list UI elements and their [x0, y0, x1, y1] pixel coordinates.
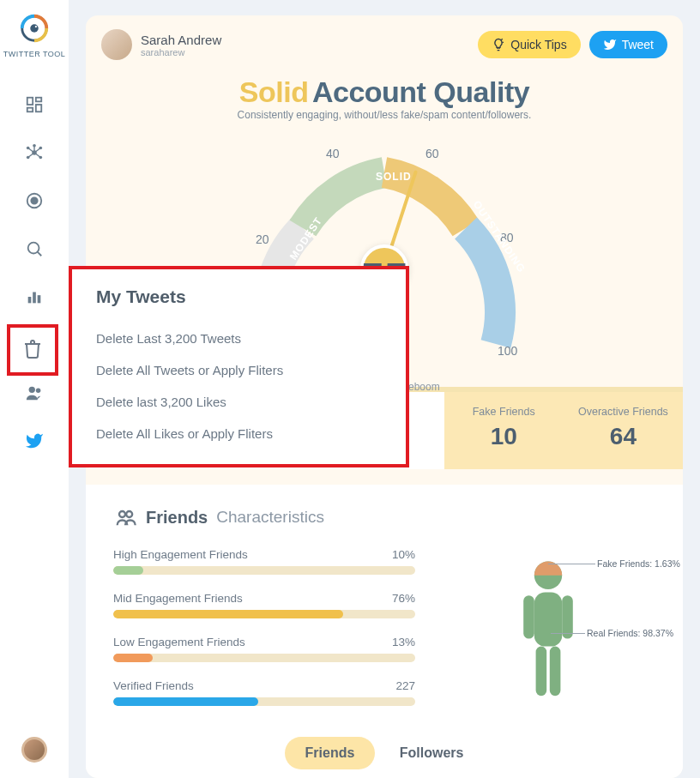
characteristics-header: Friends Characteristics	[113, 505, 655, 529]
annotation-real: Real Friends: 98.37%	[587, 628, 673, 638]
sidebar-item-network[interactable]	[17, 136, 51, 170]
svg-line-16	[34, 153, 40, 158]
quick-tips-label: Quick Tips	[510, 38, 566, 51]
svg-line-21	[38, 252, 42, 256]
svg-rect-24	[38, 295, 41, 303]
search-icon	[25, 239, 44, 258]
sidebar-item-twitter[interactable]	[17, 424, 51, 458]
svg-rect-36	[550, 647, 561, 697]
bar-low-engagement: Low Engagement Friends13%	[113, 636, 415, 662]
svg-rect-5	[36, 105, 41, 112]
person-icon	[510, 558, 587, 713]
sidebar: TWITTER TOOL	[0, 0, 69, 778]
svg-line-14	[34, 148, 40, 154]
sidebar-item-users[interactable]	[17, 376, 51, 410]
person-figure-column: Fake Friends: 1.63% Real Friends: 98.37%	[441, 548, 655, 723]
user-block[interactable]: Sarah Andrew saraharew	[101, 29, 221, 60]
popup-item-delete-last-tweets[interactable]: Delete Last 3,200 Tweets	[96, 323, 382, 354]
quality-title-row: Solid Account Quality Consistently engag…	[101, 75, 667, 121]
characteristics-subtitle: Characteristics	[216, 508, 324, 527]
popup-item-delete-last-likes[interactable]: Delete last 3,200 Likes	[96, 386, 382, 418]
tweet-label: Tweet	[622, 38, 654, 51]
quality-title-accent: Solid	[239, 75, 309, 108]
svg-point-20	[28, 243, 39, 254]
svg-rect-6	[27, 108, 33, 112]
bar-chart-icon	[25, 287, 44, 306]
network-icon	[25, 143, 44, 162]
user-name: Sarah Andrew	[141, 33, 221, 47]
trash-icon-highlighted[interactable]	[22, 339, 43, 363]
stat-fake-friends: Fake Friends 10	[444, 392, 564, 469]
svg-rect-22	[28, 297, 32, 303]
svg-rect-23	[33, 293, 36, 304]
quality-subtitle: Consistently engaging, without/less fake…	[101, 109, 667, 121]
brand-logo-icon	[18, 12, 51, 45]
svg-line-27	[502, 39, 503, 39]
popup-item-delete-all-likes[interactable]: Delete All Likes or Apply Fliters	[96, 418, 382, 449]
svg-point-25	[29, 387, 35, 393]
quick-tips-button[interactable]: Quick Tips	[478, 31, 580, 58]
toggle-row: Friends Followers	[113, 737, 655, 769]
twitter-small-icon	[603, 38, 617, 51]
svg-rect-4	[36, 98, 41, 102]
bars-column: High Engagement Friends10% Mid Engagemen…	[113, 548, 415, 723]
toggle-friends[interactable]: Friends	[285, 737, 376, 769]
characteristics-panel: Friends Characteristics High Engagement …	[86, 485, 683, 778]
toggle-followers[interactable]: Followers	[379, 737, 485, 769]
svg-point-30	[126, 511, 132, 517]
header: Sarah Andrew saraharew Quick Tips Tweet	[101, 29, 667, 60]
user-avatar-bottom[interactable]	[21, 737, 47, 763]
tick-40: 40	[326, 147, 340, 160]
tweet-button[interactable]: Tweet	[589, 31, 667, 58]
bar-high-engagement: High Engagement Friends10%	[113, 548, 415, 575]
svg-rect-33	[523, 595, 534, 638]
bar-verified: Verified Friends227	[113, 679, 415, 706]
sidebar-item-search[interactable]	[17, 232, 51, 266]
svg-line-15	[28, 153, 34, 158]
bar-mid-engagement: Mid Engagement Friends76%	[113, 592, 415, 618]
svg-rect-3	[27, 98, 33, 105]
sidebar-item-stats[interactable]	[17, 280, 51, 314]
band-solid: SOLID	[376, 171, 412, 183]
tick-100: 100	[498, 344, 517, 358]
user-avatar	[101, 29, 132, 60]
characteristics-title: Friends	[146, 508, 208, 528]
twitter-icon	[25, 431, 44, 450]
brand-text: TWITTER TOOL	[3, 50, 66, 58]
popup-title: My Tweets	[96, 286, 382, 307]
lightbulb-icon	[492, 38, 505, 51]
annotation-fake: Fake Friends: 1.63%	[597, 558, 680, 569]
users-icon	[25, 383, 44, 402]
stat-overactive-friends: Overactive Friends 64	[564, 392, 683, 469]
friends-icon	[113, 505, 137, 529]
svg-point-26	[36, 389, 41, 394]
svg-point-1	[30, 24, 39, 33]
svg-line-13	[28, 148, 34, 154]
sidebar-item-target[interactable]	[17, 184, 51, 218]
sidebar-item-dashboard[interactable]	[17, 87, 51, 122]
brand: TWITTER TOOL	[3, 12, 66, 58]
svg-rect-32	[534, 593, 562, 647]
dashboard-icon	[25, 95, 44, 114]
user-handle: saraharew	[141, 47, 221, 57]
svg-point-29	[119, 511, 125, 517]
svg-point-2	[35, 26, 37, 27]
tick-20: 20	[256, 232, 269, 246]
popup-item-delete-all-tweets[interactable]: Delete All Tweets or Apply Fliters	[96, 354, 382, 386]
svg-point-19	[31, 197, 37, 203]
my-tweets-popup: My Tweets Delete Last 3,200 Tweets Delet…	[69, 266, 409, 467]
target-icon	[25, 191, 44, 210]
tick-60: 60	[425, 147, 439, 160]
svg-rect-35	[536, 647, 547, 697]
